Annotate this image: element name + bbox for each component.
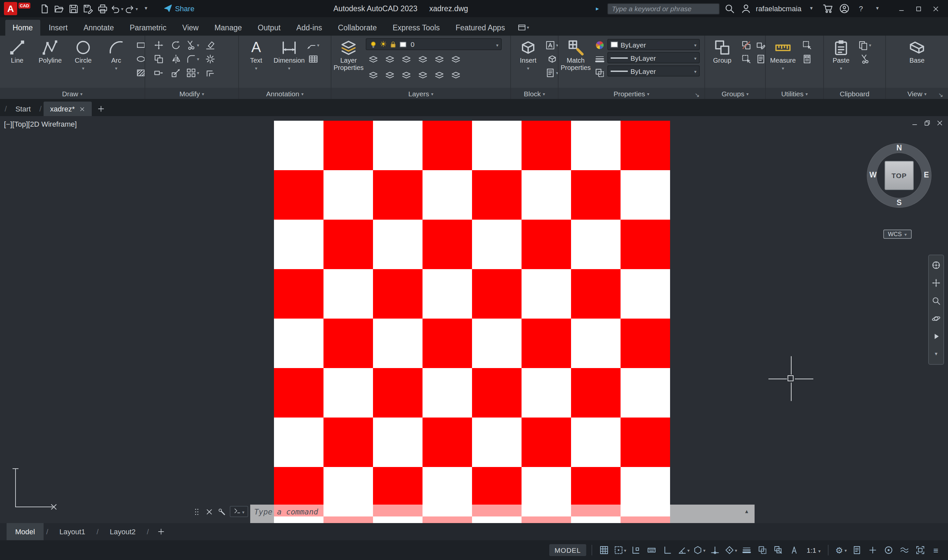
scale-button[interactable] bbox=[168, 67, 184, 79]
offset-button[interactable] bbox=[202, 67, 218, 79]
table-button[interactable] bbox=[306, 53, 320, 65]
object-color-dropdown[interactable]: ByLayer bbox=[607, 39, 700, 50]
annotation-monitor-button[interactable] bbox=[850, 543, 863, 557]
save-as-button[interactable] bbox=[80, 1, 95, 16]
group-edit-button[interactable] bbox=[754, 39, 766, 51]
ribbon-tab-manage[interactable]: Manage bbox=[207, 20, 249, 35]
viewport-visual-style-control[interactable]: [2D Wireframe] bbox=[28, 120, 77, 128]
undo-button[interactable]: ▾ bbox=[110, 1, 124, 16]
ribbon-tab-home[interactable]: Home bbox=[5, 20, 40, 35]
plot-button[interactable] bbox=[95, 1, 110, 16]
dynamic-input-button[interactable] bbox=[645, 543, 659, 557]
command-input[interactable] bbox=[250, 505, 739, 518]
properties-panel-label[interactable]: Properties↘ bbox=[559, 88, 704, 99]
color-wheel-button[interactable] bbox=[593, 39, 606, 51]
dimension-button[interactable]: Dimension▾ bbox=[273, 37, 305, 70]
ortho-status-button[interactable] bbox=[661, 543, 675, 557]
maximize-button[interactable] bbox=[910, 1, 927, 16]
quick-calc-button[interactable] bbox=[800, 53, 813, 65]
caret-down-button[interactable]: ▾ bbox=[929, 346, 943, 362]
create-block-button[interactable] bbox=[545, 53, 559, 65]
hatch-button[interactable]: ▾ bbox=[136, 67, 145, 79]
layer-dropdown[interactable]: ☀ 0 bbox=[366, 38, 502, 50]
group-manager-button[interactable] bbox=[754, 53, 766, 65]
viewcube-west[interactable]: W bbox=[869, 171, 877, 179]
ribbon-tab-featured-apps[interactable]: Featured Apps bbox=[448, 20, 512, 35]
block-panel-label[interactable]: Block bbox=[511, 88, 558, 99]
paste-button[interactable]: Paste▾ bbox=[825, 37, 857, 70]
file-tab-start[interactable]: Start bbox=[9, 102, 37, 116]
layer-freeze-button[interactable] bbox=[399, 54, 414, 66]
rectangle-button[interactable]: ▾ bbox=[136, 39, 145, 51]
utilities-panel-label[interactable]: Utilities bbox=[766, 88, 823, 99]
open-button[interactable] bbox=[51, 1, 66, 16]
mirror-button[interactable] bbox=[168, 53, 184, 65]
leader-button[interactable]: ▾ bbox=[306, 39, 320, 51]
layer-lock-button[interactable] bbox=[415, 54, 431, 66]
polar-status-button[interactable]: ▾ bbox=[677, 543, 690, 557]
view-panel-label[interactable]: View↘ bbox=[886, 88, 948, 99]
modify-panel-label[interactable]: Modify bbox=[145, 88, 238, 99]
snap-status-button[interactable]: ▾ bbox=[613, 543, 627, 557]
infer-button[interactable] bbox=[629, 543, 643, 557]
username-label[interactable]: rafaelabcmaia bbox=[756, 5, 801, 12]
annotation-scale-button[interactable]: 1:1 bbox=[805, 546, 823, 554]
arc-button[interactable]: Arc▾ bbox=[100, 37, 132, 70]
match-properties-button[interactable]: Match Properties bbox=[560, 37, 591, 71]
nav-zoom-button[interactable] bbox=[929, 293, 943, 309]
close-button[interactable] bbox=[936, 119, 943, 127]
layer-walk-button[interactable] bbox=[448, 69, 463, 82]
model-space-button[interactable]: MODEL bbox=[549, 544, 586, 556]
ellipse-button[interactable]: ▾ bbox=[136, 53, 145, 65]
lineweight-status-button[interactable] bbox=[740, 543, 754, 557]
save-button[interactable] bbox=[66, 1, 80, 16]
wcs-dropdown[interactable]: WCS bbox=[883, 229, 911, 239]
group-button[interactable]: Group bbox=[706, 37, 738, 64]
layer-on-button[interactable] bbox=[366, 69, 381, 82]
line-button[interactable]: Line bbox=[1, 37, 33, 70]
array-button[interactable]: ▾ bbox=[185, 67, 201, 79]
erase-button[interactable] bbox=[202, 39, 218, 51]
autodesk-access-button[interactable] bbox=[838, 2, 851, 15]
polyline-button[interactable]: Polyline bbox=[34, 37, 66, 70]
viewcube-south[interactable]: S bbox=[868, 198, 931, 207]
wrench-button[interactable] bbox=[216, 506, 227, 517]
nav-wheel-button[interactable] bbox=[929, 257, 943, 273]
quick-select-button[interactable] bbox=[800, 39, 813, 51]
search-button[interactable] bbox=[723, 2, 736, 15]
copy-clip-button[interactable]: ▾ bbox=[858, 39, 871, 51]
circle-button[interactable]: Circle▾ bbox=[67, 37, 99, 70]
keyword-search-input[interactable] bbox=[607, 3, 719, 14]
stretch-button[interactable] bbox=[151, 67, 166, 79]
fillet-button[interactable]: ▾ bbox=[185, 53, 201, 65]
layer-properties-button[interactable]: Layer Properties bbox=[333, 37, 364, 71]
ribbon-tab-view[interactable]: View bbox=[175, 20, 205, 35]
new-drawing-button[interactable] bbox=[95, 103, 107, 115]
grid-status-button[interactable] bbox=[598, 543, 611, 557]
customization-button[interactable]: ≡ bbox=[929, 543, 943, 557]
file-tab-xadrez[interactable]: xadrez* bbox=[43, 102, 92, 116]
minimize-button[interactable] bbox=[911, 119, 918, 127]
store-cart-button[interactable] bbox=[821, 2, 834, 15]
minimize-button[interactable] bbox=[892, 1, 910, 16]
layout-tab-layout1[interactable]: Layout1 bbox=[51, 523, 94, 540]
edit-attribute-button[interactable]: ▾ bbox=[545, 39, 559, 51]
isodraft-button[interactable]: ▾ bbox=[693, 543, 706, 557]
viewcube[interactable]: N S W E TOP bbox=[868, 144, 931, 207]
transparency-tool-button[interactable] bbox=[593, 67, 606, 79]
grip-dots-button[interactable] bbox=[191, 506, 202, 517]
draw-panel-label[interactable]: Draw bbox=[0, 88, 145, 99]
copy-button[interactable] bbox=[151, 53, 166, 65]
account-button[interactable] bbox=[740, 2, 753, 15]
ribbon-tab-collaborate[interactable]: Collaborate bbox=[331, 20, 384, 35]
command-history-toggle[interactable]: ▴ bbox=[739, 505, 755, 518]
layer-off-button[interactable] bbox=[366, 54, 381, 66]
autocad-logo[interactable]: A CAD bbox=[4, 2, 30, 15]
osnap-track-button[interactable] bbox=[709, 543, 722, 557]
ribbon-tab-output[interactable]: Output bbox=[250, 20, 288, 35]
caret-down-button[interactable]: ▾ bbox=[139, 1, 153, 16]
redo-button[interactable]: ▾ bbox=[124, 1, 139, 16]
search-collapse-button[interactable]: ▸ bbox=[591, 2, 604, 15]
manage-attributes-button[interactable]: ▾ bbox=[545, 67, 559, 79]
annotation-panel-label[interactable]: Annotation bbox=[239, 88, 331, 99]
